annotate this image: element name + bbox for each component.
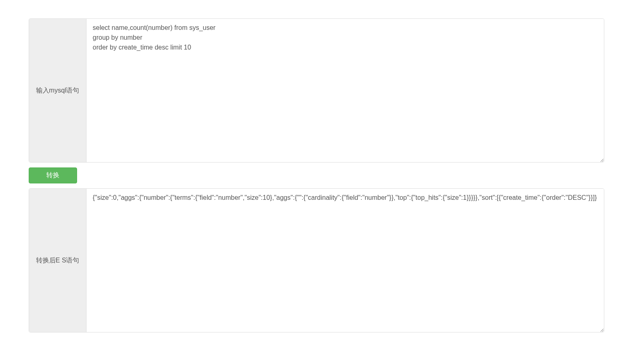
es-output-row: 转换后E S语句 [29,188,604,332]
mysql-input-cell [87,19,604,162]
button-row: 转换 [29,167,604,183]
mysql-input-row: 输入mysql语句 [29,18,604,163]
convert-button[interactable]: 转换 [29,167,77,183]
mysql-input-textarea[interactable] [87,19,604,162]
es-output-label: 转换后E S语句 [29,189,87,332]
mysql-input-label: 输入mysql语句 [29,19,87,162]
es-output-textarea[interactable] [87,189,604,332]
es-output-cell [87,189,604,332]
